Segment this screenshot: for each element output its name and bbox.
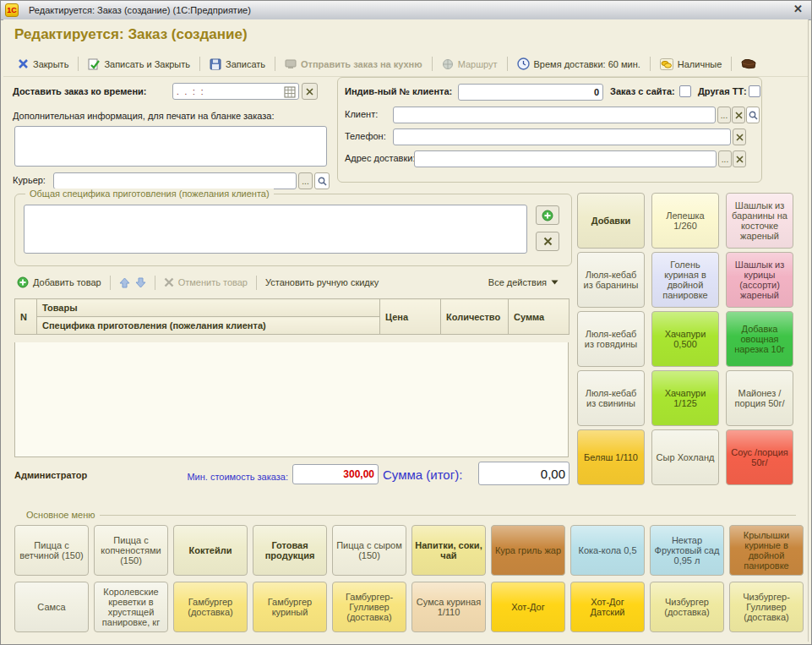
col-header-qty[interactable]: Количество (441, 299, 509, 335)
deliver-by-field[interactable]: . . : : (172, 83, 299, 100)
cancel-item-button[interactable]: Отменить товар (161, 276, 250, 289)
arrow-down-icon (135, 277, 146, 288)
menu-category-button[interactable]: Гамбургер-Гулливер (доставка) (332, 582, 406, 632)
product-button[interactable]: Люля-кебаб из баранины (577, 252, 645, 308)
window-close-button[interactable]: ✕ (793, 3, 803, 15)
cash-label: Наличные (678, 59, 722, 69)
route-button[interactable]: Маршрут (439, 56, 501, 73)
menu-category-button[interactable]: Кура гриль жар (491, 525, 565, 576)
close-label: Закрыть (33, 59, 68, 69)
plus-circle-icon (542, 210, 553, 221)
min-order-field: 300,00 (292, 464, 379, 484)
address-field[interactable] (414, 150, 717, 167)
product-button[interactable]: Добавка овощная нарезка 10г (726, 311, 793, 367)
menu-category-button[interactable]: Пицца с сыром (150) (332, 525, 406, 576)
title-bar: 1С Редактируется: Заказ (создание) (1С:П… (1, 1, 811, 20)
calendar-icon[interactable] (284, 86, 296, 98)
client-select-button[interactable]: ... (717, 107, 731, 123)
client-field[interactable] (393, 107, 716, 123)
menu-category-button[interactable]: Напитки, соки, чай (411, 525, 486, 576)
add-item-label: Добавить товар (33, 277, 101, 287)
specifics-textarea[interactable] (24, 205, 527, 254)
move-up-button[interactable] (117, 276, 133, 290)
specifics-add-button[interactable] (536, 205, 559, 225)
menu-category-button[interactable]: Чизбургер-Гулливер (доставка) (729, 582, 804, 632)
all-actions-button[interactable]: Все действия (486, 276, 561, 289)
chevron-down-icon (551, 280, 559, 285)
toolbar-separator (78, 57, 79, 71)
menu-category-button[interactable]: Пицца с ветчиной (150) (14, 525, 89, 576)
product-button[interactable]: Хачапури 0,500 (651, 311, 719, 367)
toolbar-separator (256, 276, 257, 290)
col-header-price[interactable]: Цена (380, 299, 441, 335)
client-clear-button[interactable] (732, 107, 745, 123)
menu-category-button[interactable]: Нектар Фруктовый сад 0,95 л (650, 525, 724, 576)
1c-logo-icon: 1С (5, 3, 19, 17)
cancel-x-icon (164, 277, 174, 287)
client-number-field[interactable]: 0 (458, 84, 603, 101)
specifics-clear-button[interactable] (536, 232, 559, 251)
col-subheader-specifics[interactable]: Специфика приготовления (пожелания клиен… (37, 317, 380, 335)
cancel-item-label: Отменить товар (178, 277, 248, 287)
menu-category-button[interactable]: Хот-Дог Датский (570, 582, 645, 632)
save-button[interactable]: Записать (206, 56, 269, 73)
col-header-goods[interactable]: Товары (37, 299, 380, 317)
address-select-button[interactable]: ... (718, 150, 732, 167)
toolbar-separator (110, 276, 111, 290)
menu-category-button[interactable]: Хот-Дог (491, 582, 565, 632)
address-clear-button[interactable] (733, 150, 746, 167)
move-down-button[interactable] (133, 276, 149, 290)
col-header-n[interactable]: N (15, 299, 37, 335)
deliver-by-clear-button[interactable] (302, 83, 318, 100)
menu-category-button[interactable]: Гамбургер (доставка) (173, 582, 248, 632)
menu-category-button[interactable]: Гамбургер куриный (253, 582, 327, 632)
cash-button[interactable]: Наличные (657, 56, 725, 73)
courier-select-button[interactable]: ... (298, 172, 313, 189)
product-button[interactable]: Добавки (577, 193, 645, 249)
extra-info-textarea[interactable] (14, 126, 327, 167)
client-search-button[interactable] (746, 107, 760, 123)
col-header-sum[interactable]: Сумма (509, 299, 569, 335)
courier-search-button[interactable] (314, 172, 330, 189)
menu-category-button[interactable]: Сумса куриная 1/110 (411, 582, 486, 632)
product-button[interactable]: Беляш 1/110 (577, 429, 645, 485)
send-to-kitchen-button[interactable]: Отправить заказ на кухню (281, 56, 426, 72)
menu-category-button[interactable]: Пицца с копченостями (150) (94, 525, 168, 576)
manual-discount-button[interactable]: Установить ручную скидку (263, 276, 381, 289)
menu-category-button[interactable]: Коктейли (173, 525, 248, 576)
add-item-button[interactable]: Добавить товар (14, 275, 104, 290)
close-button[interactable]: Закрыть (14, 56, 72, 72)
other-tt-checkbox[interactable] (749, 85, 760, 97)
menu-category-button[interactable]: Самса (14, 582, 89, 632)
form-content: Редактируется: Заказ (создание) Закрыть … (3, 19, 809, 642)
items-table-body[interactable] (14, 342, 569, 457)
total-field[interactable]: 0,00 (478, 462, 569, 485)
product-button[interactable]: Хачапури 1/125 (651, 370, 719, 426)
client-value (394, 107, 715, 123)
phone-field[interactable] (393, 128, 731, 145)
product-button[interactable]: Люля-кебаб из свинины (577, 370, 645, 426)
doc-check-icon (88, 58, 100, 70)
site-order-checkbox[interactable] (679, 85, 691, 97)
product-button[interactable]: Шашлык из курицы (ассорти) жареный (726, 252, 793, 308)
menu-category-button[interactable]: Чизбургер (доставка) (650, 582, 724, 632)
min-order-value: 300,00 (293, 465, 378, 484)
product-button[interactable]: Шашлык из баранины на косточке жареный (726, 193, 793, 249)
product-button[interactable]: Майонез /порция 50г/ (726, 370, 793, 426)
save-and-close-button[interactable]: Записать и Закрыть (84, 56, 193, 73)
phone-clear-button[interactable] (733, 128, 746, 145)
arrow-up-icon (119, 277, 130, 288)
menu-category-button[interactable]: Крылышки куриные в двойной панировке (729, 525, 804, 576)
product-button[interactable]: Люля-кебаб из говядины (577, 311, 645, 367)
product-button[interactable]: Голень куриная в двойной панировке (651, 252, 719, 308)
menu-category-button[interactable]: Кока-кола 0,5 (570, 525, 645, 576)
product-button[interactable]: Сыр Хохланд (651, 429, 719, 485)
product-button[interactable]: Соус /порция 50г/ (726, 429, 793, 485)
wallet-button[interactable] (738, 56, 760, 72)
product-button[interactable]: Лепешка 1/260 (651, 193, 719, 249)
address-value (415, 151, 716, 167)
courier-field[interactable] (53, 172, 297, 189)
menu-category-button[interactable]: Готовая продукция (253, 525, 327, 576)
menu-category-button[interactable]: Королевские креветки в хрустящей паниров… (94, 582, 168, 632)
delivery-time-button[interactable]: Время доставки: 60 мин. (514, 55, 644, 73)
